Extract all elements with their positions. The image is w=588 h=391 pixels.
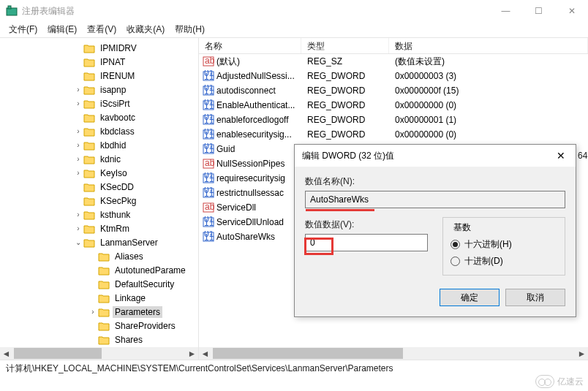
tree-node[interactable]: ›KtmRm	[0, 221, 198, 235]
scroll-left-icon[interactable]: ◄	[199, 347, 211, 360]
folder-icon	[98, 293, 110, 303]
folder-icon	[98, 251, 110, 262]
value-data-input[interactable]	[305, 234, 428, 251]
tree-node[interactable]: ⌄LanmanServer	[0, 235, 198, 249]
tree-node[interactable]: ›ksthunk	[0, 208, 198, 221]
expand-icon[interactable]: ›	[73, 224, 83, 232]
tree-node-label: ksthunk	[98, 209, 132, 221]
folder-icon	[83, 182, 95, 192]
tree-hscroll[interactable]: ◄ ►	[0, 347, 198, 360]
svg-rect-1	[8, 6, 11, 9]
tree-node[interactable]: ›isapnp	[0, 83, 198, 96]
scroll-right-icon[interactable]: ►	[186, 347, 198, 360]
tree-node-label: KtmRm	[98, 223, 132, 235]
tree-node[interactable]: Shares	[0, 333, 198, 346]
base-legend: 基数	[451, 221, 474, 234]
tree-node[interactable]: KSecPkg	[0, 194, 198, 208]
tree-node[interactable]: ›kbdhid	[0, 138, 198, 152]
cancel-button[interactable]: 取消	[505, 289, 565, 306]
folder-icon	[98, 279, 110, 289]
svg-text:110: 110	[204, 130, 214, 140]
tree-node-label: KeyIso	[98, 167, 129, 179]
minimize-button[interactable]: —	[489, 0, 522, 22]
radix-hex-radio[interactable]: 十六进制(H)	[451, 238, 557, 251]
tree-pane: IPMIDRVIPNATIRENUM›isapnp›iScsiPrtkavboo…	[0, 38, 199, 360]
expand-icon[interactable]: ⌄	[73, 238, 83, 246]
folder-icon	[83, 43, 95, 53]
close-button[interactable]: ✕	[555, 0, 588, 22]
ok-button[interactable]: 确定	[440, 289, 500, 306]
tree-node[interactable]: ›Parameters	[0, 305, 198, 319]
tree-node[interactable]: AutotunedParame	[0, 263, 198, 277]
tree-node[interactable]: ›iScsiPrt	[0, 96, 198, 110]
expand-icon[interactable]: ›	[73, 99, 83, 107]
tree-node[interactable]: ›kbdclass	[0, 124, 198, 138]
menu-help[interactable]: 帮助(H)	[170, 22, 209, 37]
scroll-thumb[interactable]	[213, 348, 403, 359]
scroll-track[interactable]	[12, 347, 186, 360]
list-row[interactable]: 011110autodisconnectREG_DWORD0x0000000f …	[199, 83, 588, 98]
row-name: autodisconnect	[216, 86, 301, 96]
svg-text:110: 110	[204, 101, 214, 111]
expand-icon[interactable]: ›	[73, 169, 83, 177]
expand-icon[interactable]: ›	[73, 210, 83, 219]
expand-icon[interactable]: ›	[88, 308, 98, 316]
row-data: 0x00000000 (0)	[389, 100, 588, 110]
list-row[interactable]: 011110enablesecuritysig...REG_DWORD0x000…	[199, 127, 588, 142]
dialog-titlebar[interactable]: 编辑 DWORD (32 位)值 ✕	[295, 145, 576, 167]
tree-node[interactable]: Linkage	[0, 291, 198, 305]
row-type: REG_DWORD	[301, 129, 389, 140]
folder-icon	[83, 57, 95, 67]
row-type: REG_DWORD	[301, 115, 389, 125]
tree-node-label: IRENUM	[98, 70, 137, 82]
tree-node[interactable]: ShareProviders	[0, 319, 198, 333]
expand-icon[interactable]: ›	[73, 141, 83, 149]
folder-icon	[83, 196, 95, 206]
list-row[interactable]: 011110AdjustedNullSessi...REG_DWORD0x000…	[199, 69, 588, 83]
tree-node[interactable]: IPMIDRV	[0, 41, 198, 55]
expand-icon[interactable]: ›	[73, 155, 83, 163]
dialog-close-button[interactable]: ✕	[546, 145, 576, 167]
tree-node[interactable]: DefaultSecurity	[0, 277, 198, 291]
tree[interactable]: IPMIDRVIPNATIRENUM›isapnp›iScsiPrtkavboo…	[0, 38, 198, 349]
col-data[interactable]: 数据	[389, 38, 588, 53]
list-row[interactable]: ab(默认)REG_SZ(数值未设置)	[199, 54, 588, 69]
tree-node-label: kbdclass	[98, 126, 137, 137]
list-hscroll[interactable]: ◄ ►	[199, 347, 588, 360]
row-type: REG_SZ	[301, 56, 389, 67]
menu-view[interactable]: 查看(V)	[83, 22, 121, 37]
menu-edit[interactable]: 编辑(E)	[43, 22, 81, 37]
tree-node[interactable]: IPNAT	[0, 55, 198, 69]
value-name-input[interactable]	[305, 191, 565, 208]
list-row[interactable]: 011110EnableAuthenticat...REG_DWORD0x000…	[199, 98, 588, 113]
radix-dec-radio[interactable]: 十进制(D)	[451, 255, 557, 267]
menu-favorites[interactable]: 收藏夹(A)	[122, 22, 169, 37]
scroll-thumb[interactable]	[14, 348, 102, 359]
col-type[interactable]: 类型	[301, 38, 389, 53]
tree-node[interactable]: Aliases	[0, 249, 198, 263]
tree-node[interactable]: KSecDD	[0, 180, 198, 194]
tree-node-label: kbdhid	[98, 140, 128, 151]
scroll-track[interactable]	[211, 347, 576, 360]
scroll-right-icon[interactable]: ►	[576, 347, 588, 360]
expand-icon[interactable]: ›	[73, 127, 83, 135]
tree-node[interactable]: ›KeyIso	[0, 166, 198, 180]
expand-icon[interactable]: ›	[73, 86, 83, 94]
tree-node[interactable]: IRENUM	[0, 69, 198, 83]
scroll-left-icon[interactable]: ◄	[0, 347, 12, 360]
list-row[interactable]: 011110enableforcedlogoffREG_DWORD0x00000…	[199, 113, 588, 127]
radio-icon	[451, 257, 460, 266]
row-type: REG_DWORD	[301, 86, 389, 96]
row-name: AdjustedNullSessi...	[216, 71, 301, 81]
col-name[interactable]: 名称	[199, 38, 301, 53]
statusbar: 计算机\HKEY_LOCAL_MACHINE\SYSTEM\CurrentCon…	[0, 360, 588, 376]
value-type-icon: 011110	[202, 172, 215, 184]
menu-file[interactable]: 文件(F)	[4, 22, 42, 37]
tree-node-label: KSecPkg	[98, 195, 138, 207]
folder-icon	[83, 154, 95, 164]
window-title: 注册表编辑器	[22, 5, 489, 18]
tree-node[interactable]: kavbootc	[0, 110, 198, 124]
maximize-button[interactable]: ☐	[522, 0, 555, 22]
tree-node[interactable]: ›kdnic	[0, 152, 198, 166]
folder-icon	[83, 210, 95, 220]
